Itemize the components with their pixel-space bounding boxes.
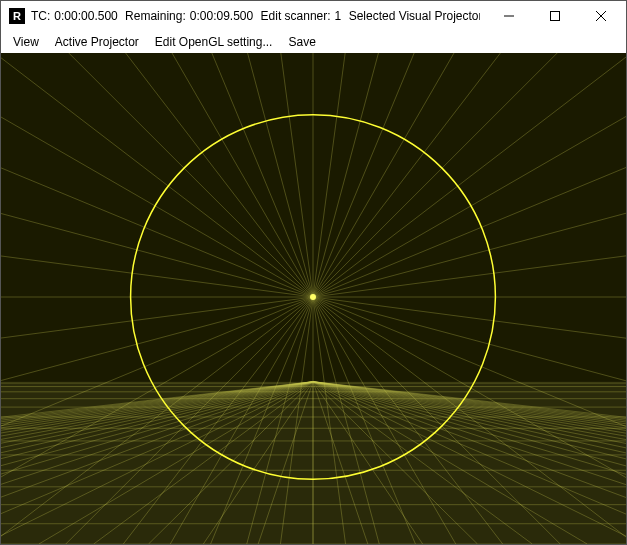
center-dot: [310, 294, 316, 300]
selected-projector-label: Selected Visual Projector:: [349, 9, 480, 23]
svg-line-35: [1, 53, 313, 297]
menu-save[interactable]: Save: [280, 33, 323, 51]
remaining-label: Remaining:: [125, 9, 186, 23]
svg-line-29: [1, 180, 313, 297]
svg-line-42: [313, 53, 545, 297]
maximize-icon: [550, 11, 560, 21]
menu-edit-opengl[interactable]: Edit OpenGL setting...: [147, 33, 281, 51]
edit-scanner-label: Edit scanner:: [261, 9, 331, 23]
svg-line-31: [1, 53, 313, 297]
tc-label: TC:: [31, 9, 50, 23]
svg-line-34: [1, 53, 313, 297]
svg-line-39: [196, 53, 313, 297]
svg-line-41: [313, 53, 430, 297]
window-title: TC:0:00:00.500 Remaining:0:00:09.500 Edi…: [31, 9, 480, 23]
svg-line-47: [313, 53, 626, 297]
menu-active-projector[interactable]: Active Projector: [47, 33, 147, 51]
scene-svg: [1, 53, 626, 544]
app-icon: R: [9, 8, 25, 24]
tc-value: 0:00:00.500: [54, 9, 117, 23]
remaining-value: 0:00:09.500: [190, 9, 253, 23]
viewport-3d[interactable]: [1, 53, 626, 544]
titlebar: R TC:0:00:00.500 Remaining:0:00:09.500 E…: [1, 1, 626, 31]
window-controls: [486, 1, 624, 31]
svg-line-38: [81, 53, 313, 297]
svg-line-32: [1, 53, 313, 297]
svg-line-51: [313, 180, 626, 297]
svg-rect-1: [551, 12, 560, 21]
svg-line-36: [1, 53, 313, 297]
menubar: View Active Projector Edit OpenGL settin…: [1, 31, 626, 53]
menu-view[interactable]: View: [5, 33, 47, 51]
minimize-icon: [504, 11, 514, 21]
minimize-button[interactable]: [486, 1, 532, 31]
svg-line-33: [1, 53, 313, 297]
close-icon: [596, 11, 606, 21]
maximize-button[interactable]: [532, 1, 578, 31]
svg-line-37: [1, 53, 313, 297]
edit-scanner-value: 1: [335, 9, 342, 23]
close-button[interactable]: [578, 1, 624, 31]
